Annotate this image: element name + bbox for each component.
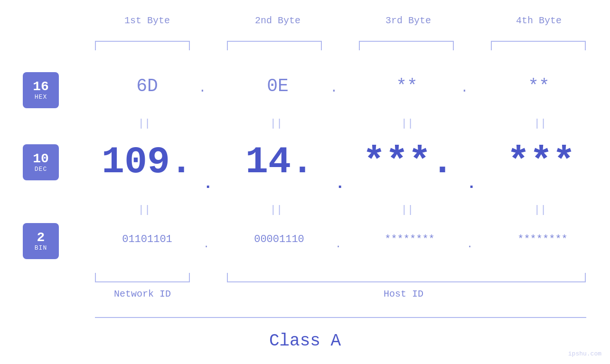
dbar-dec-bin-2: ||: [262, 204, 291, 216]
dbar-hex-dec-2: ||: [262, 118, 291, 130]
dbar-dec-bin-1: ||: [130, 204, 159, 216]
dec-dot-3: .: [467, 175, 476, 193]
bin-val-col2: 00001110: [225, 233, 334, 245]
host-id-label: Host ID: [332, 289, 475, 299]
bottom-bracket-col1: [95, 273, 190, 282]
hex-val-col2: 0E: [230, 76, 325, 96]
col2-header: 2nd Byte: [230, 15, 325, 26]
bin-badge-num: 2: [37, 231, 45, 244]
bin-badge-label: BIN: [35, 244, 47, 252]
bin-val-col1: 01101101: [93, 233, 202, 245]
bin-val-col4: ********: [488, 233, 597, 245]
bin-val-col3: ********: [355, 233, 464, 245]
class-label: Class A: [0, 331, 610, 351]
dec-badge-num: 10: [33, 152, 49, 166]
bracket-col3: [359, 41, 454, 50]
dec-val-col2: 14.: [225, 140, 334, 184]
hex-val-col3: **: [362, 76, 452, 96]
bracket-col2: [227, 41, 322, 50]
dec-val-col3: ***.: [354, 140, 463, 184]
bin-badge: 2 BIN: [23, 223, 59, 259]
hex-val-col1: 6D: [100, 76, 195, 96]
dec-badge: 10 DEC: [23, 144, 59, 180]
hex-dot-2: .: [330, 81, 338, 95]
col4-header: 4th Byte: [491, 15, 586, 26]
bottom-bracket-host: [227, 273, 586, 282]
dec-badge-label: DEC: [35, 166, 47, 173]
network-id-label: Network ID: [95, 289, 190, 299]
dec-dot-2: .: [335, 175, 345, 193]
dec-val-col1: 109.: [93, 140, 202, 184]
hex-val-col4: **: [494, 76, 584, 96]
dec-dot-1: .: [203, 175, 213, 193]
main-container: 16 HEX 10 DEC 2 BIN 1st Byte 2nd Byte 3r…: [0, 0, 610, 364]
bracket-col4: [491, 41, 586, 50]
bottom-line: [95, 317, 586, 318]
watermark: ipshu.com: [568, 350, 601, 357]
dbar-hex-dec-3: ||: [393, 118, 422, 130]
dbar-hex-dec-4: ||: [526, 118, 554, 130]
dec-val-col4: ***: [487, 140, 596, 184]
dbar-hex-dec-1: ||: [130, 118, 159, 130]
bracket-col1: [95, 41, 190, 50]
hex-badge-num: 16: [33, 80, 49, 93]
bin-dot-3: .: [467, 239, 473, 251]
col1-header: 1st Byte: [100, 15, 195, 26]
bin-dot-1: .: [203, 239, 209, 251]
hex-badge: 16 HEX: [23, 72, 59, 108]
hex-badge-label: HEX: [35, 93, 47, 101]
dbar-dec-bin-3: ||: [393, 204, 422, 216]
col3-header: 3rd Byte: [361, 15, 456, 26]
bin-dot-2: .: [335, 239, 341, 251]
hex-dot-1: .: [198, 81, 206, 95]
hex-dot-3: .: [460, 81, 469, 95]
dbar-dec-bin-4: ||: [526, 204, 554, 216]
